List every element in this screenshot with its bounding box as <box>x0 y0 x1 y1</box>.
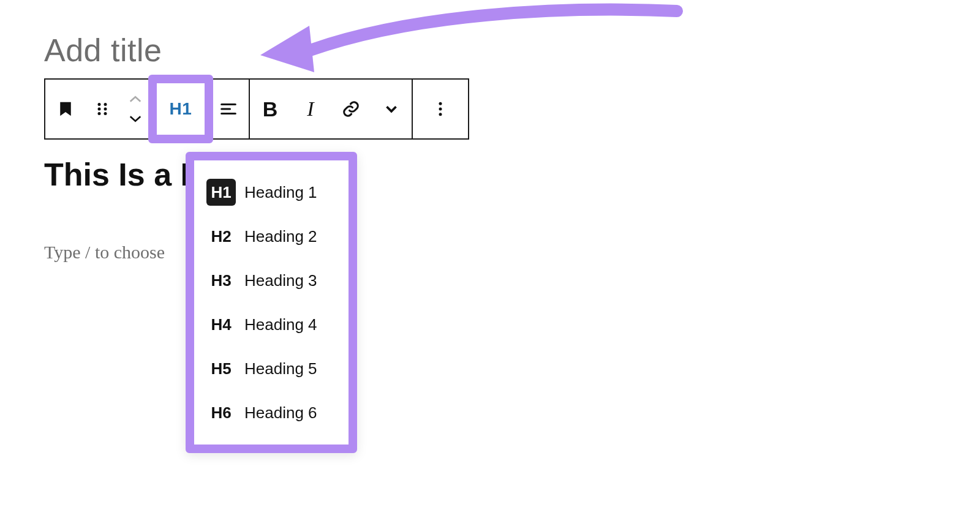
text-align-button[interactable] <box>208 80 249 138</box>
heading-tag-icon: H1 <box>206 179 236 206</box>
heading-tag-icon: H3 <box>206 267 236 294</box>
heading-level-dropdown: H1Heading 1H2Heading 2H3Heading 3H4Headi… <box>186 152 357 453</box>
heading-option-h2[interactable]: H2Heading 2 <box>198 214 345 258</box>
align-left-icon <box>219 100 238 118</box>
drag-handle-button[interactable] <box>86 80 119 138</box>
link-button[interactable] <box>331 80 371 138</box>
heading-block-content[interactable]: This Is a H <box>44 156 203 193</box>
heading-tag-icon: H5 <box>206 355 236 382</box>
block-mover[interactable] <box>119 80 152 138</box>
svg-point-0 <box>98 103 101 106</box>
italic-button[interactable]: I <box>290 80 331 138</box>
svg-point-3 <box>104 108 107 111</box>
bookmark-icon <box>56 100 75 118</box>
svg-point-9 <box>439 102 442 105</box>
heading-option-h1[interactable]: H1Heading 1 <box>198 170 345 214</box>
toolbar-group-format: B I <box>250 80 413 138</box>
heading-option-h3[interactable]: H3Heading 3 <box>198 258 345 302</box>
svg-point-5 <box>104 112 107 115</box>
heading-option-h6[interactable]: H6Heading 6 <box>198 391 345 435</box>
heading-option-h4[interactable]: H4Heading 4 <box>198 302 345 347</box>
heading-option-label: Heading 5 <box>244 359 317 378</box>
chevron-down-icon <box>382 100 401 118</box>
drag-handle-icon <box>93 100 111 118</box>
move-up-icon <box>129 95 142 103</box>
heading-option-label: Heading 3 <box>244 271 317 290</box>
editor-stage: Add title <box>0 0 980 529</box>
svg-point-10 <box>439 108 442 111</box>
paragraph-placeholder[interactable]: Type / to choose <box>44 242 165 263</box>
post-title-placeholder[interactable]: Add title <box>44 32 162 69</box>
toolbar-group-options <box>413 80 468 138</box>
more-vertical-icon <box>431 100 450 118</box>
svg-point-1 <box>104 103 107 106</box>
svg-marker-12 <box>260 26 314 72</box>
toolbar-group-block <box>45 80 153 138</box>
heading-option-h5[interactable]: H5Heading 5 <box>198 347 345 391</box>
link-icon <box>342 100 360 118</box>
block-type-button[interactable] <box>45 80 86 138</box>
svg-point-2 <box>98 108 101 111</box>
heading-level-label: H1 <box>170 99 192 119</box>
annotation-arrow <box>248 0 689 86</box>
svg-point-4 <box>98 112 101 115</box>
move-down-icon <box>129 114 142 123</box>
block-toolbar: H1 B I <box>44 78 469 140</box>
heading-tag-icon: H4 <box>206 311 236 338</box>
heading-option-label: Heading 4 <box>244 315 317 334</box>
bold-button[interactable]: B <box>250 80 290 138</box>
more-formatting-button[interactable] <box>371 80 412 138</box>
heading-tag-icon: H6 <box>206 399 236 426</box>
heading-option-label: Heading 1 <box>244 183 317 202</box>
svg-point-11 <box>439 113 442 116</box>
heading-level-button[interactable]: H1 <box>153 80 208 138</box>
toolbar-group-heading: H1 <box>153 80 250 138</box>
heading-option-label: Heading 6 <box>244 403 317 422</box>
heading-option-label: Heading 2 <box>244 227 317 246</box>
heading-tag-icon: H2 <box>206 223 236 250</box>
italic-icon: I <box>307 97 314 121</box>
block-options-button[interactable] <box>413 80 468 138</box>
bold-icon: B <box>263 97 278 121</box>
